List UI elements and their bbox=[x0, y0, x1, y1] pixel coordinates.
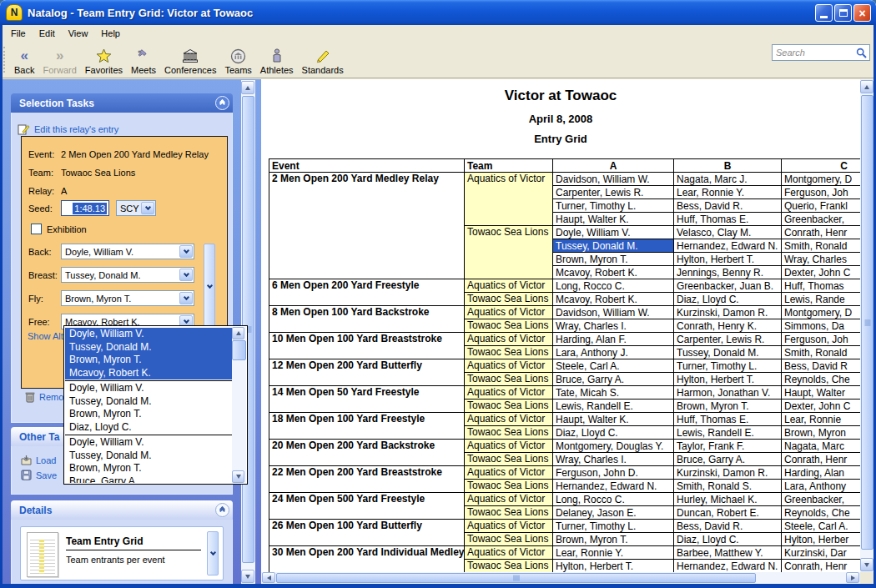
meets-button[interactable]: Meets bbox=[127, 43, 160, 77]
title-bar[interactable]: N Natalog - Team Entry Grid: Victor at T… bbox=[0, 0, 876, 25]
swimmer-cell[interactable]: Steele, Carl A. bbox=[782, 520, 861, 533]
athletes-button[interactable]: Athletes bbox=[256, 43, 298, 77]
dropdown-option[interactable]: Brown, Myron T. bbox=[65, 462, 232, 475]
dropdown-option[interactable]: Doyle, William V. bbox=[65, 328, 232, 341]
dropdown-option[interactable]: Tussey, Donald M. bbox=[65, 395, 232, 409]
course-select[interactable]: SCY bbox=[116, 200, 156, 216]
menu-edit[interactable]: Edit bbox=[33, 26, 62, 41]
swimmer-cell-selected[interactable]: Tussey, Donald M. bbox=[553, 239, 674, 253]
dropdown-option[interactable]: Brown, Myron T. bbox=[65, 354, 232, 367]
swimmer-cell[interactable]: Querio, Frankl bbox=[782, 199, 861, 213]
close-button[interactable]: × bbox=[853, 4, 871, 22]
swimmer-cell[interactable]: Doyle, William V. bbox=[553, 226, 674, 239]
swimmer-cell[interactable]: Duncan, Robert E. bbox=[674, 506, 782, 520]
swimmer-cell[interactable]: Bruce, Garry A. bbox=[674, 453, 782, 466]
swimmer-cell[interactable]: Kurzinski, Damon R. bbox=[674, 466, 782, 480]
swimmer-cell[interactable]: Hylton, Herbert T. bbox=[674, 373, 782, 386]
swimmer-cell[interactable]: Steele, Carl A. bbox=[553, 359, 674, 373]
swimmer-cell[interactable]: Turner, Timothy L. bbox=[674, 359, 782, 373]
edit-relay-entry-label[interactable]: Edit this relay's entry bbox=[34, 124, 118, 134]
swimmer-cell[interactable]: Wray, Charles I. bbox=[553, 319, 674, 333]
swimmer-cell[interactable]: Lewis, Rande bbox=[782, 293, 861, 306]
breast-leg-dropdown-icon[interactable] bbox=[179, 269, 193, 281]
swimmer-cell[interactable]: Turner, Timothy L. bbox=[553, 520, 674, 533]
standards-button[interactable]: Standards bbox=[298, 43, 348, 77]
sidebar-scroll-up-icon[interactable] bbox=[241, 81, 254, 94]
swimmer-cell[interactable]: Diaz, Lloyd C. bbox=[553, 426, 674, 440]
swimmer-cell[interactable]: Ferguson, Joh bbox=[782, 333, 861, 346]
swimmer-cell[interactable]: Greenbacker, Juan B. bbox=[674, 279, 782, 293]
load-link[interactable]: Load bbox=[21, 455, 56, 465]
forward-button[interactable]: » Forward bbox=[38, 43, 80, 77]
report-scroll-down-icon[interactable] bbox=[860, 558, 873, 571]
swimmer-cell[interactable]: Hernandez, Edward N. bbox=[674, 239, 782, 253]
dropdown-option[interactable]: Brown, Myron T. bbox=[65, 408, 232, 421]
swimmer-cell[interactable]: Turner, Timothy L. bbox=[553, 199, 674, 213]
dropdown-scroll-down-icon[interactable] bbox=[232, 470, 244, 483]
swimmer-cell[interactable]: Kurzinski, Damon R. bbox=[674, 306, 782, 319]
swimmer-cell[interactable]: Lara, Anthony J. bbox=[553, 346, 674, 359]
dropdown-scrollbar-thumb[interactable] bbox=[232, 340, 246, 360]
swimmer-cell[interactable]: Harmon, Jonathan V. bbox=[674, 386, 782, 400]
report-scroll-up-icon[interactable] bbox=[860, 80, 873, 93]
swimmer-cell[interactable]: Smith, Ronald S. bbox=[674, 480, 782, 493]
exhibition-checkbox[interactable] bbox=[31, 224, 42, 234]
swimmer-cell[interactable]: Simmons, Da bbox=[782, 319, 861, 333]
menu-view[interactable]: View bbox=[62, 26, 95, 41]
swimmer-cell[interactable]: Long, Rocco C. bbox=[553, 279, 674, 293]
swimmer-cell[interactable]: Diaz, Lloyd C. bbox=[674, 293, 782, 306]
dropdown-scroll-up-icon[interactable] bbox=[232, 327, 244, 339]
swimmer-cell[interactable]: Haupt, Walter K. bbox=[553, 413, 674, 426]
swimmer-cell[interactable]: Hurley, Michael K. bbox=[674, 493, 782, 506]
swimmer-cell[interactable]: Huff, Thomas E. bbox=[674, 213, 782, 226]
sidebar-scroll-down-icon[interactable] bbox=[241, 570, 254, 583]
swimmer-cell[interactable]: Barbee, Matthew Y. bbox=[674, 546, 782, 560]
swimmer-cell[interactable]: Carpenter, Lewis R. bbox=[553, 186, 674, 199]
search-icon[interactable] bbox=[853, 48, 869, 58]
swimmer-cell[interactable]: Hylton, Herbert T. bbox=[674, 253, 782, 266]
swimmer-cell[interactable]: Brown, Myron T. bbox=[553, 533, 674, 546]
swimmer-cell[interactable]: Davidson, William W. bbox=[553, 173, 674, 186]
course-dropdown-icon[interactable] bbox=[141, 202, 154, 214]
dropdown-option[interactable]: Tussey, Donald M. bbox=[65, 341, 232, 354]
swimmer-cell[interactable]: Dexter, John C bbox=[782, 400, 861, 413]
swimmer-cell[interactable]: Jennings, Benny R. bbox=[674, 266, 782, 279]
swimmer-cell[interactable]: Lear, Ronnie bbox=[782, 413, 861, 426]
swimmer-cell[interactable]: Long, Rocco C. bbox=[553, 493, 674, 506]
swimmer-cell[interactable]: Harding, Alan F. bbox=[553, 333, 674, 346]
menu-file[interactable]: File bbox=[4, 26, 33, 41]
dropdown-option[interactable]: Mcavoy, Robert K. bbox=[65, 367, 232, 380]
swimmer-cell[interactable]: Wray, Charles bbox=[782, 253, 861, 266]
conferences-button[interactable]: Conferences bbox=[160, 43, 220, 77]
swimmer-cell[interactable]: Dexter, John C bbox=[782, 266, 861, 279]
swimmer-cell[interactable]: Bruce, Garry A. bbox=[553, 373, 674, 386]
swimmer-cell[interactable]: Mcavoy, Robert K. bbox=[553, 266, 674, 279]
swimmer-cell[interactable]: Carpenter, Lewis R. bbox=[674, 333, 782, 346]
swimmer-cell[interactable]: Lewis, Randell E. bbox=[674, 426, 782, 440]
swimmer-cell[interactable]: Lear, Ronnie Y. bbox=[674, 186, 782, 199]
swimmer-cell[interactable]: Delaney, Jason E. bbox=[553, 506, 674, 520]
fly-leg-select[interactable]: Brown, Myron T. bbox=[61, 290, 194, 306]
swimmer-cell[interactable]: Nagata, Marc bbox=[782, 440, 861, 453]
maximize-button[interactable] bbox=[834, 4, 852, 22]
back-leg-dropdown-icon[interactable] bbox=[179, 245, 193, 258]
edit-relay-entry-link[interactable]: Edit this relay's entry bbox=[18, 123, 118, 135]
swimmer-cell[interactable]: Hylton, Herbert T. bbox=[553, 560, 674, 573]
swimmer-cell[interactable]: Tussey, Donald M. bbox=[674, 346, 782, 359]
toolbar-grip[interactable] bbox=[3, 47, 6, 73]
teams-button[interactable]: Teams bbox=[220, 43, 255, 77]
dropdown-option[interactable]: Diaz, Lloyd C. bbox=[65, 421, 232, 435]
remove-entry-link[interactable]: Remo bbox=[25, 391, 63, 403]
swimmer-cell[interactable]: Harding, Alan bbox=[782, 466, 861, 480]
swimmer-cell[interactable]: Haupt, Walter bbox=[782, 386, 861, 400]
load-label[interactable]: Load bbox=[36, 455, 56, 465]
save-link[interactable]: Save bbox=[21, 470, 57, 480]
swimmer-cell[interactable]: Lara, Anthony bbox=[782, 480, 861, 493]
details-collapse-chevron-icon[interactable] bbox=[215, 503, 229, 517]
swimmer-cell[interactable]: Ferguson, John D. bbox=[553, 466, 674, 480]
swimmer-cell[interactable]: Lewis, Randell E. bbox=[553, 400, 674, 413]
report-vscrollbar-thumb[interactable] bbox=[861, 95, 873, 550]
swimmer-cell[interactable]: Diaz, Lloyd C. bbox=[674, 533, 782, 546]
swimmer-cell[interactable]: Greenbacker, bbox=[782, 213, 861, 226]
swimmer-cell[interactable]: Brown, Myron T. bbox=[553, 253, 674, 266]
